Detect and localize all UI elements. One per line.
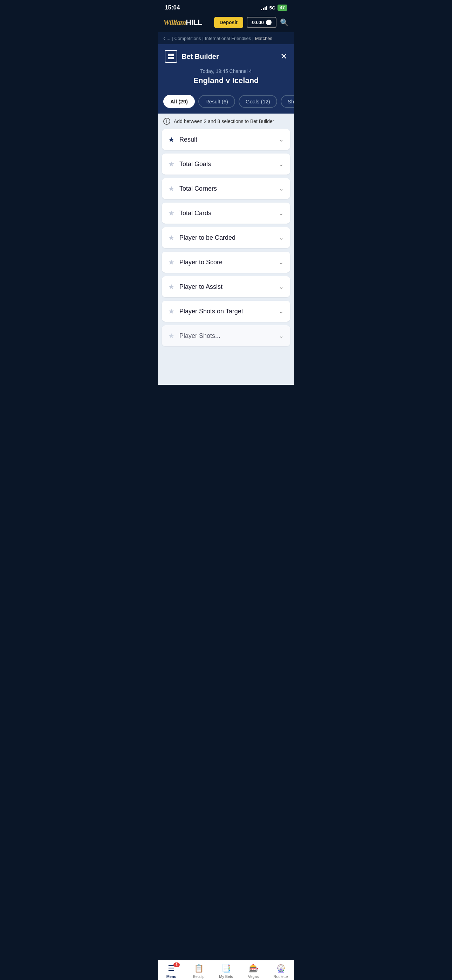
market-item-assist-left: ★ Player to Assist (168, 283, 223, 291)
market-item-shots-on-target[interactable]: ★ Player Shots on Target ⌄ (162, 301, 290, 322)
star-goals-icon[interactable]: ★ (168, 160, 175, 168)
market-item-total-cards[interactable]: ★ Total Cards ⌄ (162, 203, 290, 224)
match-info: Today, 19:45 Channel 4 England v Iceland (158, 67, 294, 91)
star-score-icon[interactable]: ★ (168, 258, 175, 266)
tab-goals[interactable]: Goals (12) (239, 95, 277, 108)
market-assist-label: Player to Assist (180, 283, 223, 291)
market-partial-label: Player Shots... (180, 332, 220, 340)
market-corners-label: Total Corners (180, 185, 217, 192)
status-icons: 5G 47 (261, 5, 287, 11)
market-item-player-score[interactable]: ★ Player to Score ⌄ (162, 252, 290, 273)
signal-bar-3 (264, 7, 266, 10)
market-item-shots-left: ★ Player Shots on Target (168, 307, 243, 315)
filter-tabs: All (29) Result (6) Goals (12) Shots (2) (158, 91, 294, 114)
bet-builder-icon (165, 50, 177, 63)
market-item-partial[interactable]: ★ Player Shots... ⌄ (162, 325, 290, 346)
tab-shots[interactable]: Shots (2) (281, 95, 294, 108)
star-result-icon[interactable]: ★ (168, 135, 175, 144)
market-item-total-goals[interactable]: ★ Total Goals ⌄ (162, 154, 290, 175)
market-item-carded-left: ★ Player to be Carded (168, 234, 236, 242)
market-goals-label: Total Goals (180, 161, 211, 168)
bet-builder-title-row: Bet Builder (165, 50, 219, 63)
breadcrumb-separator-3: | (252, 36, 253, 41)
market-item-result-left: ★ Result (168, 135, 197, 144)
star-assist-icon[interactable]: ★ (168, 283, 175, 291)
info-banner: i Add between 2 and 8 selections to Bet … (158, 114, 294, 129)
svg-rect-2 (168, 57, 170, 59)
signal-bars-icon (261, 5, 267, 10)
svg-rect-0 (168, 54, 170, 56)
market-item-goals-left: ★ Total Goals (168, 160, 211, 168)
battery-indicator: 47 (277, 5, 287, 11)
network-label: 5G (269, 5, 275, 11)
app-header: William HILL Deposit £0.00 🔍 (158, 14, 294, 32)
bet-builder-header: Bet Builder ✕ (158, 45, 294, 67)
info-icon: i (163, 118, 170, 125)
market-item-partial-left: ★ Player Shots... (168, 332, 220, 340)
market-item-player-assist[interactable]: ★ Player to Assist ⌄ (162, 276, 290, 297)
star-partial-icon[interactable]: ★ (168, 332, 175, 340)
market-item-corners-left: ★ Total Corners (168, 185, 217, 193)
tab-result[interactable]: Result (6) (198, 95, 235, 108)
match-datetime: Today, 19:45 Channel 4 (163, 68, 289, 74)
star-corners-icon[interactable]: ★ (168, 185, 175, 193)
market-item-total-corners[interactable]: ★ Total Corners ⌄ (162, 178, 290, 199)
deposit-button[interactable]: Deposit (214, 17, 243, 28)
market-shots-label: Player Shots on Target (180, 308, 243, 315)
header-actions: Deposit £0.00 🔍 (214, 17, 289, 28)
breadcrumb-separator-1: | (172, 36, 173, 41)
market-list: ★ Result ⌄ ★ Total Goals ⌄ ★ Total Corne… (158, 129, 294, 385)
breadcrumb-back-icon[interactable]: ‹ (163, 35, 165, 41)
william-hill-logo: William HILL (163, 18, 202, 27)
market-item-cards-left: ★ Total Cards (168, 209, 211, 217)
balance-amount: £0.00 (251, 20, 264, 25)
bet-builder-title: Bet Builder (181, 52, 219, 60)
search-icon[interactable]: 🔍 (280, 18, 289, 27)
logo-hill: HILL (186, 18, 202, 27)
market-item-player-carded[interactable]: ★ Player to be Carded ⌄ (162, 227, 290, 248)
bet-builder-panel: Bet Builder ✕ Today, 19:45 Channel 4 Eng… (158, 45, 294, 114)
chevron-result-icon: ⌄ (279, 136, 284, 143)
chevron-assist-icon: ⌄ (279, 283, 284, 291)
market-score-label: Player to Score (180, 259, 223, 266)
market-cards-label: Total Cards (180, 210, 211, 217)
chevron-goals-icon: ⌄ (279, 160, 284, 168)
match-title: England v Iceland (163, 76, 289, 85)
market-carded-label: Player to be Carded (180, 234, 236, 242)
signal-bar-1 (261, 9, 262, 10)
breadcrumb: ‹ ... | Competitions | International Fri… (158, 32, 294, 45)
info-text: Add between 2 and 8 selections to Bet Bu… (174, 118, 274, 124)
close-button[interactable]: ✕ (280, 52, 287, 60)
star-shots-icon[interactable]: ★ (168, 307, 175, 315)
chevron-partial-icon: ⌄ (279, 332, 284, 340)
svg-rect-1 (171, 54, 174, 56)
user-icon (266, 20, 272, 25)
market-item-score-left: ★ Player to Score (168, 258, 223, 266)
breadcrumb-item-competitions[interactable]: Competitions (175, 36, 201, 41)
star-cards-icon[interactable]: ★ (168, 209, 175, 217)
svg-rect-3 (171, 57, 174, 59)
status-time: 15:04 (165, 4, 180, 11)
chevron-score-icon: ⌄ (279, 258, 284, 266)
market-item-result[interactable]: ★ Result ⌄ (162, 129, 290, 150)
breadcrumb-item-matches[interactable]: Matches (255, 36, 272, 41)
market-result-label: Result (180, 136, 197, 143)
breadcrumb-item-1: ... (166, 36, 170, 41)
star-carded-icon[interactable]: ★ (168, 234, 175, 242)
chevron-cards-icon: ⌄ (279, 209, 284, 217)
chevron-shots-icon: ⌄ (279, 307, 284, 315)
signal-bar-4 (266, 6, 267, 10)
signal-bar-2 (263, 8, 264, 10)
balance-button[interactable]: £0.00 (247, 17, 277, 28)
chevron-corners-icon: ⌄ (279, 185, 284, 192)
chevron-carded-icon: ⌄ (279, 234, 284, 242)
breadcrumb-separator-2: | (202, 36, 203, 41)
tab-all[interactable]: All (29) (163, 95, 195, 108)
logo-william: William (163, 18, 186, 27)
breadcrumb-item-friendlies[interactable]: International Friendlies (205, 36, 251, 41)
status-bar: 15:04 5G 47 (158, 0, 294, 14)
